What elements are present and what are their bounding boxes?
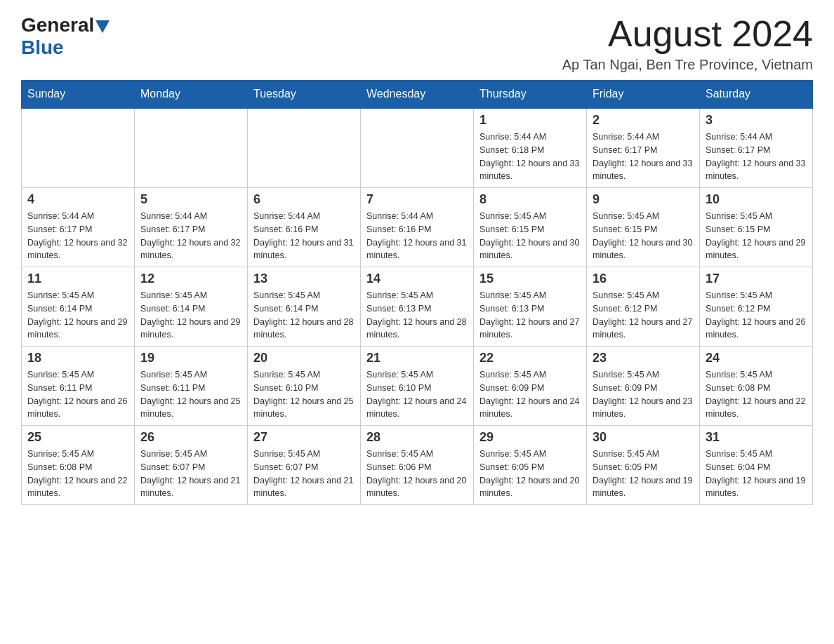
day-info-text: Sunset: 6:17 PM: [706, 144, 807, 157]
day-info-text: Sunrise: 5:45 AM: [706, 448, 807, 461]
day-info-text: Sunrise: 5:44 AM: [366, 210, 468, 223]
day-info-text: Sunrise: 5:45 AM: [706, 210, 807, 223]
day-info-text: Sunrise: 5:44 AM: [140, 210, 241, 223]
day-info-text: Sunrise: 5:45 AM: [253, 289, 355, 302]
day-info-text: Daylight: 12 hours and 31 minutes.: [253, 236, 355, 263]
calendar-cell: 27Sunrise: 5:45 AMSunset: 6:07 PMDayligh…: [248, 426, 361, 505]
day-info-text: Sunset: 6:15 PM: [479, 223, 581, 236]
calendar-cell: 30Sunrise: 5:45 AMSunset: 6:05 PMDayligh…: [587, 426, 700, 505]
page-header: General Blue August 2024 Ap Tan Ngai, Be…: [21, 14, 813, 73]
calendar-cell: 2Sunrise: 5:44 AMSunset: 6:17 PMDaylight…: [587, 108, 700, 188]
day-info-text: Sunset: 6:17 PM: [593, 144, 694, 157]
column-header-sunday: Sunday: [22, 81, 135, 109]
column-header-friday: Friday: [587, 81, 700, 109]
day-info-text: Daylight: 12 hours and 19 minutes.: [706, 474, 807, 501]
calendar-cell: 24Sunrise: 5:45 AMSunset: 6:08 PMDayligh…: [700, 347, 813, 426]
day-info-text: Sunset: 6:07 PM: [253, 461, 355, 474]
day-info-text: Sunset: 6:05 PM: [479, 461, 581, 474]
calendar-cell: 1Sunrise: 5:44 AMSunset: 6:18 PMDaylight…: [474, 108, 587, 188]
calendar-cell: 16Sunrise: 5:45 AMSunset: 6:12 PMDayligh…: [587, 267, 700, 347]
day-number: 16: [593, 271, 694, 286]
day-info-text: Sunset: 6:08 PM: [27, 461, 128, 474]
day-info-text: Sunrise: 5:45 AM: [366, 289, 468, 302]
day-info-text: Sunrise: 5:45 AM: [706, 368, 807, 382]
day-info-text: Sunset: 6:11 PM: [27, 382, 128, 395]
day-info-text: Sunrise: 5:45 AM: [366, 368, 468, 382]
calendar-cell: 20Sunrise: 5:45 AMSunset: 6:10 PMDayligh…: [248, 347, 361, 426]
title-section: August 2024 Ap Tan Ngai, Ben Tre Provinc…: [562, 14, 813, 73]
day-info-text: Daylight: 12 hours and 32 minutes.: [140, 236, 241, 263]
day-info-text: Daylight: 12 hours and 28 minutes.: [366, 316, 468, 342]
column-header-saturday: Saturday: [700, 81, 813, 109]
day-info-text: Daylight: 12 hours and 21 minutes.: [140, 474, 241, 501]
calendar-cell: 26Sunrise: 5:45 AMSunset: 6:07 PMDayligh…: [135, 426, 248, 505]
calendar-cell: [135, 108, 248, 188]
day-info-text: Sunset: 6:18 PM: [479, 144, 581, 157]
day-number: 26: [140, 430, 241, 445]
day-info-text: Daylight: 12 hours and 33 minutes.: [593, 157, 694, 184]
calendar-cell: 22Sunrise: 5:45 AMSunset: 6:09 PMDayligh…: [474, 347, 587, 426]
calendar-cell: 28Sunrise: 5:45 AMSunset: 6:06 PMDayligh…: [361, 426, 474, 505]
day-info-text: Daylight: 12 hours and 25 minutes.: [140, 395, 241, 422]
calendar-week-row: 11Sunrise: 5:45 AMSunset: 6:14 PMDayligh…: [22, 267, 813, 347]
calendar-cell: 6Sunrise: 5:44 AMSunset: 6:16 PMDaylight…: [248, 188, 361, 267]
calendar-cell: 18Sunrise: 5:45 AMSunset: 6:11 PMDayligh…: [22, 347, 135, 426]
calendar-cell: [22, 108, 135, 188]
day-number: 29: [479, 430, 581, 445]
day-info-text: Sunset: 6:17 PM: [27, 223, 128, 236]
calendar-cell: 7Sunrise: 5:44 AMSunset: 6:16 PMDaylight…: [361, 188, 474, 267]
day-number: 28: [366, 430, 468, 445]
day-info-text: Sunrise: 5:45 AM: [253, 368, 355, 382]
day-info-text: Sunrise: 5:44 AM: [479, 130, 581, 144]
calendar-cell: [248, 108, 361, 188]
day-number: 9: [593, 192, 694, 207]
column-header-wednesday: Wednesday: [361, 81, 474, 109]
day-info-text: Sunset: 6:13 PM: [366, 302, 468, 316]
day-number: 1: [479, 113, 581, 128]
day-info-text: Sunset: 6:15 PM: [593, 223, 694, 236]
day-info-text: Sunrise: 5:45 AM: [479, 210, 581, 223]
calendar-week-row: 4Sunrise: 5:44 AMSunset: 6:17 PMDaylight…: [22, 188, 813, 267]
calendar-header-row: SundayMondayTuesdayWednesdayThursdayFrid…: [22, 81, 813, 109]
day-info-text: Daylight: 12 hours and 27 minutes.: [593, 316, 694, 342]
day-info-text: Sunset: 6:08 PM: [706, 382, 807, 395]
day-number: 2: [593, 113, 694, 128]
day-number: 5: [140, 192, 241, 207]
calendar-cell: 3Sunrise: 5:44 AMSunset: 6:17 PMDaylight…: [700, 108, 813, 188]
day-number: 17: [706, 271, 807, 286]
day-info-text: Sunset: 6:15 PM: [706, 223, 807, 236]
day-info-text: Daylight: 12 hours and 24 minutes.: [479, 395, 581, 422]
day-number: 3: [706, 113, 807, 128]
day-info-text: Daylight: 12 hours and 26 minutes.: [706, 316, 807, 342]
day-info-text: Sunset: 6:17 PM: [140, 223, 241, 236]
calendar-cell: 17Sunrise: 5:45 AMSunset: 6:12 PMDayligh…: [700, 267, 813, 347]
calendar-cell: 8Sunrise: 5:45 AMSunset: 6:15 PMDaylight…: [474, 188, 587, 267]
day-info-text: Sunrise: 5:45 AM: [27, 368, 128, 382]
day-info-text: Sunset: 6:12 PM: [593, 302, 694, 316]
calendar-cell: 11Sunrise: 5:45 AMSunset: 6:14 PMDayligh…: [22, 267, 135, 347]
day-info-text: Daylight: 12 hours and 29 minutes.: [706, 236, 807, 263]
day-info-text: Daylight: 12 hours and 28 minutes.: [253, 316, 355, 342]
day-info-text: Sunrise: 5:45 AM: [479, 368, 581, 382]
day-info-text: Daylight: 12 hours and 33 minutes.: [706, 157, 807, 184]
day-number: 10: [706, 192, 807, 207]
calendar-cell: 29Sunrise: 5:45 AMSunset: 6:05 PMDayligh…: [474, 426, 587, 505]
day-info-text: Sunrise: 5:45 AM: [593, 289, 694, 302]
day-info-text: Daylight: 12 hours and 22 minutes.: [27, 474, 128, 501]
day-number: 23: [593, 351, 694, 365]
day-info-text: Daylight: 12 hours and 22 minutes.: [706, 395, 807, 422]
day-info-text: Sunrise: 5:45 AM: [366, 448, 468, 461]
day-info-text: Sunset: 6:16 PM: [253, 223, 355, 236]
day-number: 24: [706, 351, 807, 365]
day-info-text: Sunset: 6:13 PM: [479, 302, 581, 316]
day-info-text: Sunset: 6:09 PM: [479, 382, 581, 395]
day-info-text: Daylight: 12 hours and 21 minutes.: [253, 474, 355, 501]
day-info-text: Sunrise: 5:45 AM: [27, 289, 128, 302]
day-number: 20: [253, 351, 355, 365]
calendar-table: SundayMondayTuesdayWednesdayThursdayFrid…: [21, 80, 813, 505]
calendar-cell: 12Sunrise: 5:45 AMSunset: 6:14 PMDayligh…: [135, 267, 248, 347]
day-info-text: Sunset: 6:14 PM: [140, 302, 241, 316]
day-info-text: Sunrise: 5:45 AM: [27, 448, 128, 461]
day-info-text: Daylight: 12 hours and 20 minutes.: [366, 474, 468, 501]
day-info-text: Sunrise: 5:44 AM: [27, 210, 128, 223]
